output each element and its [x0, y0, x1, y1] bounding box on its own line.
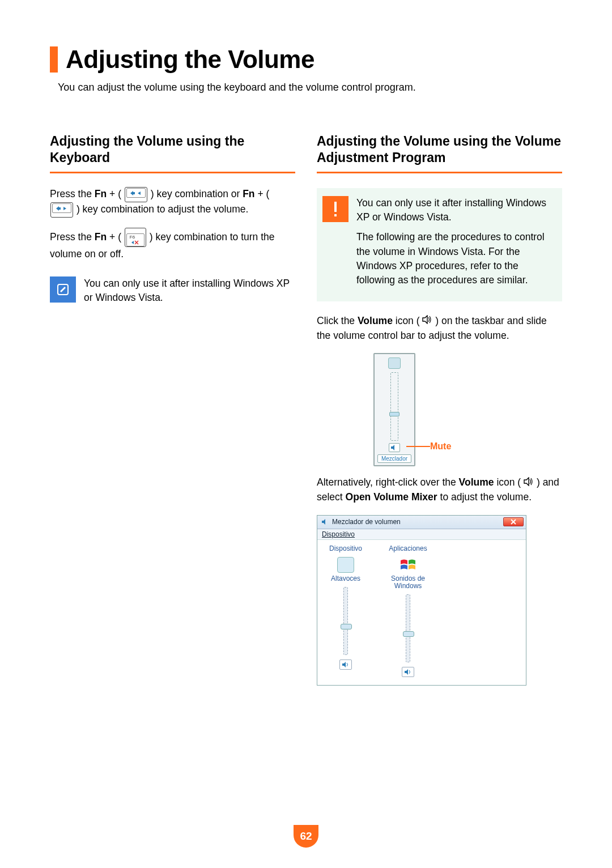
svg-rect-4: [59, 207, 61, 210]
open-mixer-text: Open Volume Mixer: [346, 491, 437, 503]
mixer-slider-track[interactable]: [406, 594, 410, 662]
volume-mixer-window: Mezclador de volumen Dispositivo Disposi…: [317, 515, 526, 686]
svg-marker-5: [63, 207, 66, 210]
intro-text: You can adjust the volume using the keyb…: [58, 82, 562, 93]
speakers-device-icon[interactable]: [337, 557, 354, 573]
mixer-col1-header: Dispositivo: [329, 544, 362, 552]
text: to adjust the volume.: [437, 491, 532, 503]
f6-label: F6: [130, 235, 141, 240]
mixer-slider-thumb[interactable]: [403, 631, 414, 637]
blue-note-text: You can only use it after installing Win…: [84, 276, 295, 305]
mixer-app-icon: [321, 518, 329, 526]
text: + (: [107, 188, 121, 199]
mezclador-link[interactable]: Mezclador: [377, 454, 411, 463]
mute-button[interactable]: [389, 443, 400, 452]
text: Press the: [50, 188, 95, 199]
svg-marker-0: [130, 191, 133, 195]
svg-marker-6: [131, 241, 134, 244]
warn-line-2: The following are the procedures to cont…: [356, 230, 555, 288]
speaker-icon: [524, 476, 534, 490]
two-column-layout: Adjusting the Volume using the Keyboard …: [50, 133, 562, 686]
mixer-titlebar: Mezclador de volumen: [317, 516, 526, 529]
text: ) key combination or: [151, 188, 243, 199]
svg-marker-13: [391, 445, 394, 450]
volume-word: Volume: [459, 476, 494, 488]
left-heading: Adjusting the Volume using the Keyboard: [50, 133, 295, 166]
orange-warning-box: You can only use it after installing Win…: [317, 188, 562, 301]
left-para-1: Press the Fn + ( ) key combination or Fn…: [50, 187, 295, 218]
mute-callout-label: Mute: [430, 441, 451, 452]
svg-marker-3: [56, 206, 59, 211]
volume-slider-thumb[interactable]: [389, 412, 400, 416]
alt-para: Alternatively, right-click over the Volu…: [317, 475, 562, 504]
svg-rect-1: [133, 192, 135, 194]
mixer-col2-header: Aplicaciones: [389, 544, 427, 552]
close-icon[interactable]: [503, 517, 524, 526]
warn-line-1: You can only use it after installing Win…: [356, 196, 555, 225]
svg-marker-19: [405, 669, 408, 675]
device-small-icon: [388, 358, 401, 369]
mixer-mute-button[interactable]: [339, 659, 352, 670]
volume-down-key-icon: [125, 187, 147, 202]
volume-slider-figure: Mezclador Mute: [373, 353, 415, 466]
mixer-menu-dispositivo[interactable]: Dispositivo: [322, 530, 355, 538]
volume-word: Volume: [358, 315, 393, 326]
mixer-body: Dispositivo Altavoces Aplicaciones: [317, 540, 526, 685]
exclamation-icon: [322, 196, 348, 222]
speaker-icon: [422, 314, 432, 328]
text: icon (: [393, 315, 420, 326]
svg-rect-10: [334, 202, 337, 212]
svg-marker-15: [322, 519, 325, 525]
mixer-slider-track[interactable]: [343, 587, 348, 655]
text: Alternatively, right-click over the: [317, 476, 459, 488]
svg-marker-12: [423, 316, 427, 324]
windows-sounds-icon[interactable]: [400, 557, 416, 573]
text: + (: [255, 188, 270, 199]
accent-bar: [50, 46, 58, 73]
volume-slider-frame: Mezclador: [373, 353, 415, 466]
mixer-slider-thumb[interactable]: [341, 624, 352, 629]
page-number-badge: 62: [294, 825, 318, 848]
svg-rect-11: [334, 214, 337, 216]
fn-key-text: Fn: [95, 231, 107, 242]
mixer-col1-label: Altavoces: [331, 575, 360, 582]
page-title: Adjusting the Volume: [66, 45, 314, 74]
mixer-device-column: Dispositivo Altavoces: [323, 544, 368, 677]
volume-up-key-icon: [50, 202, 73, 218]
text: Click the: [317, 315, 358, 326]
svg-marker-2: [138, 192, 141, 195]
section-rule: [317, 172, 562, 173]
orange-note-text: You can only use it after installing Win…: [356, 196, 555, 293]
text: + (: [107, 231, 121, 242]
fn-key-text: Fn: [243, 188, 254, 199]
right-column: Adjusting the Volume using the Volume Ad…: [317, 133, 562, 686]
text: ) key combination to adjust the volume.: [76, 203, 249, 215]
mixer-title: Mezclador de volumen: [332, 518, 500, 526]
text: Press the: [50, 231, 95, 242]
text: icon (: [494, 476, 521, 488]
svg-marker-18: [342, 662, 346, 667]
click-volume-para: Click the Volume icon ( ) on the taskbar…: [317, 314, 562, 343]
pencil-note-icon: [50, 276, 76, 303]
left-column: Adjusting the Volume using the Keyboard …: [50, 133, 295, 686]
callout-line: [406, 446, 430, 447]
svg-marker-14: [524, 478, 529, 486]
left-para-2: Press the Fn + ( F6 ) key combination to…: [50, 228, 295, 261]
mute-key-icon: F6: [125, 228, 146, 247]
blue-note-box: You can only use it after installing Win…: [50, 276, 295, 305]
mixer-mute-button[interactable]: [402, 667, 414, 677]
fn-key-text: Fn: [95, 188, 107, 199]
mixer-col2-label: Sonidos de Windows: [385, 575, 431, 590]
volume-slider-track[interactable]: [390, 372, 398, 441]
section-rule: [50, 172, 295, 173]
right-heading: Adjusting the Volume using the Volume Ad…: [317, 133, 562, 166]
mixer-app-column: Aplicaciones Sonidos de Windows: [385, 544, 431, 677]
page-title-row: Adjusting the Volume: [50, 45, 562, 74]
mixer-menubar[interactable]: Dispositivo: [317, 529, 526, 540]
